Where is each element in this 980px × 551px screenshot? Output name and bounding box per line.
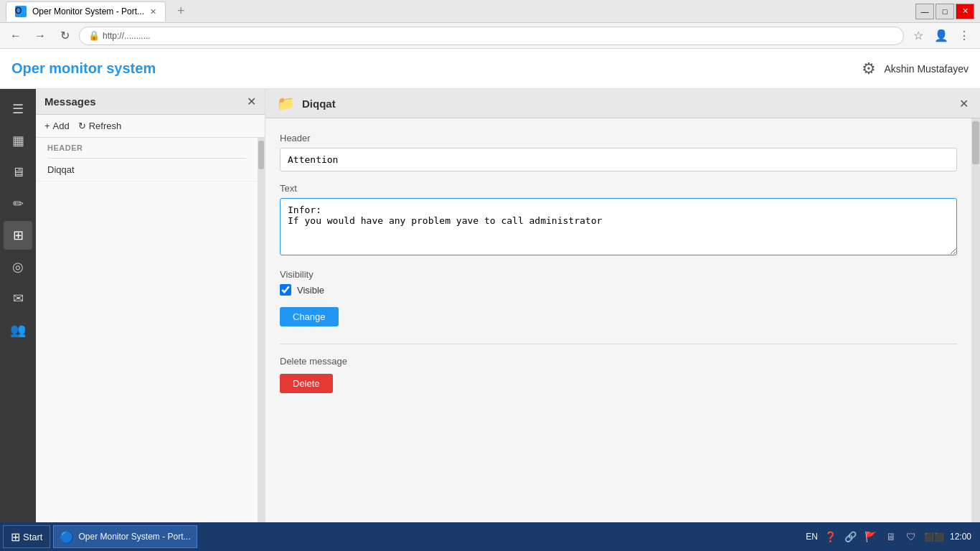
browser-tab[interactable]: O Oper Monitor System - Port... ✕ — [6, 1, 166, 22]
close-btn[interactable]: ✕ — [956, 4, 974, 19]
profile-btn[interactable]: 👤 — [931, 26, 951, 46]
tab-title: Oper Monitor System - Port... — [32, 6, 144, 17]
visibility-field-group: Visibility Visible — [280, 269, 957, 296]
panel-scrollbar-thumb[interactable] — [258, 141, 264, 169]
back-btn[interactable]: ← — [6, 26, 26, 46]
menu-icon[interactable]: ☰ — [4, 95, 32, 123]
panel-scrollbar[interactable] — [258, 138, 265, 522]
monitor-icon[interactable]: 🖥 — [4, 158, 32, 187]
table-icon[interactable]: ⊞ — [4, 221, 32, 250]
mail-icon[interactable]: ✉ — [4, 284, 32, 313]
network-icon[interactable]: 🔗 — [844, 529, 858, 544]
start-btn[interactable]: ⊞ Start — [3, 525, 50, 548]
start-label: Start — [23, 532, 42, 542]
panel-list: Header Diqqat — [36, 138, 258, 182]
help-icon[interactable]: ❓ — [824, 529, 838, 544]
window-controls: — □ ✕ — [915, 4, 974, 19]
pencil-icon[interactable]: ✏ — [4, 189, 32, 218]
users-icon[interactable]: 👥 — [4, 316, 32, 344]
taskbar-app-label: Oper Monitor System - Port... — [78, 532, 190, 542]
main-area: ☰ ▦ 🖥 ✏ ⊞ ◎ ✉ 👥 Messages ✕ + Add ↻ Refre… — [0, 89, 980, 522]
security-icon[interactable]: 🛡 — [904, 529, 918, 544]
refresh-label: Refresh — [89, 121, 122, 131]
taskbar-chrome-item[interactable]: 🔵 Oper Monitor System - Port... — [53, 525, 197, 548]
taskbar: ⊞ Start 🔵 Oper Monitor System - Port... … — [0, 522, 980, 551]
notification-icons: ⬛⬛ — [924, 532, 944, 542]
detail-scrollbar-thumb[interactable] — [972, 121, 979, 164]
bookmark-btn[interactable]: ☆ — [908, 26, 928, 46]
panel-list-header: Header — [36, 138, 258, 158]
messages-panel: Messages ✕ + Add ↻ Refresh Header Diqqat — [36, 89, 265, 522]
refresh-icon: ↻ — [78, 121, 86, 131]
reload-btn[interactable]: ↻ — [55, 26, 75, 46]
panel-title: Messages — [44, 95, 96, 108]
start-icon: ⊞ — [11, 530, 20, 544]
detail-scrollbar[interactable] — [971, 118, 980, 522]
detail-title: Diqqat — [302, 98, 336, 110]
sidebar-icons: ☰ ▦ 🖥 ✏ ⊞ ◎ ✉ 👥 — [0, 89, 36, 522]
text-textarea[interactable]: Infor: If you would have any problem yav… — [280, 198, 957, 255]
address-text: http://........... — [103, 31, 151, 41]
plus-icon: + — [44, 121, 50, 131]
tab-favicon: O — [15, 6, 27, 17]
grid-icon[interactable]: ▦ — [4, 126, 32, 155]
flag-icon[interactable]: 🚩 — [864, 529, 878, 544]
toolbar-icons: ☆ 👤 ⋮ — [908, 26, 974, 46]
detail-header: 📁 Diqqat ✕ — [265, 89, 980, 118]
app-title: Oper monitor system — [11, 60, 156, 77]
header-right: ⚙ Akshin Mustafayev — [862, 60, 969, 78]
browser-titlebar: O Oper Monitor System - Port... ✕ + — □ … — [0, 0, 980, 23]
delete-section-label: Delete message — [280, 356, 957, 367]
panel-close-btn[interactable]: ✕ — [247, 95, 256, 108]
chrome-icon: 🔵 — [60, 530, 74, 544]
text-label: Text — [280, 183, 957, 194]
refresh-btn[interactable]: ↻ Refresh — [78, 121, 122, 131]
taskbar-notif-area: ⬛⬛ — [924, 532, 944, 542]
add-label: Add — [53, 121, 70, 131]
visibility-row: Visible — [280, 284, 957, 296]
taskbar-clock: 12:00 — [950, 532, 971, 542]
detail-content: Header Text Infor: If you would have any… — [265, 118, 971, 522]
text-field-group: Text Infor: If you would have any proble… — [280, 183, 957, 258]
new-tab-btn[interactable]: + — [171, 1, 191, 22]
user-name: Akshin Mustafayev — [885, 63, 969, 75]
panel-scroll-area: Header Diqqat — [36, 138, 265, 522]
taskbar-lang: EN — [806, 532, 818, 542]
header-label: Header — [280, 133, 957, 143]
monitor-taskbar-icon[interactable]: 🖥 — [884, 529, 898, 544]
header-field-group: Header — [280, 133, 957, 171]
section-divider — [280, 344, 957, 344]
detail-panel: 📁 Diqqat ✕ Header Text Infor: If you wou… — [265, 89, 980, 522]
maximize-btn[interactable]: □ — [936, 4, 954, 19]
globe-icon[interactable]: ◎ — [4, 253, 32, 281]
visible-label: Visible — [297, 285, 324, 296]
panel-header: Messages ✕ — [36, 89, 265, 115]
browser-toolbar: ← → ↻ 🔒 http://........... ☆ 👤 ⋮ — [0, 23, 980, 49]
detail-folder-icon: 📁 — [277, 95, 295, 112]
visibility-label: Visibility — [280, 269, 957, 280]
visible-checkbox[interactable] — [280, 284, 291, 296]
forward-btn[interactable]: → — [30, 26, 50, 46]
taskbar-right: EN ❓ 🔗 🚩 🖥 🛡 ⬛⬛ 12:00 — [806, 529, 977, 544]
settings-icon[interactable]: ⚙ — [862, 60, 876, 78]
panel-toolbar: + Add ↻ Refresh — [36, 115, 265, 138]
settings-btn[interactable]: ⋮ — [954, 26, 974, 46]
address-bar[interactable]: 🔒 http://........... — [79, 27, 904, 45]
tab-close-btn[interactable]: ✕ — [150, 7, 156, 17]
add-btn[interactable]: + Add — [44, 121, 70, 131]
minimize-btn[interactable]: — — [915, 4, 934, 19]
delete-btn[interactable]: Delete — [280, 374, 333, 393]
detail-close-btn[interactable]: ✕ — [959, 97, 969, 110]
header-input[interactable] — [280, 148, 957, 171]
list-item[interactable]: Diqqat — [36, 159, 258, 182]
panel-list-container: Header Diqqat — [36, 138, 258, 522]
change-btn[interactable]: Change — [280, 307, 339, 326]
app-header: Oper monitor system ⚙ Akshin Mustafayev — [0, 49, 980, 89]
